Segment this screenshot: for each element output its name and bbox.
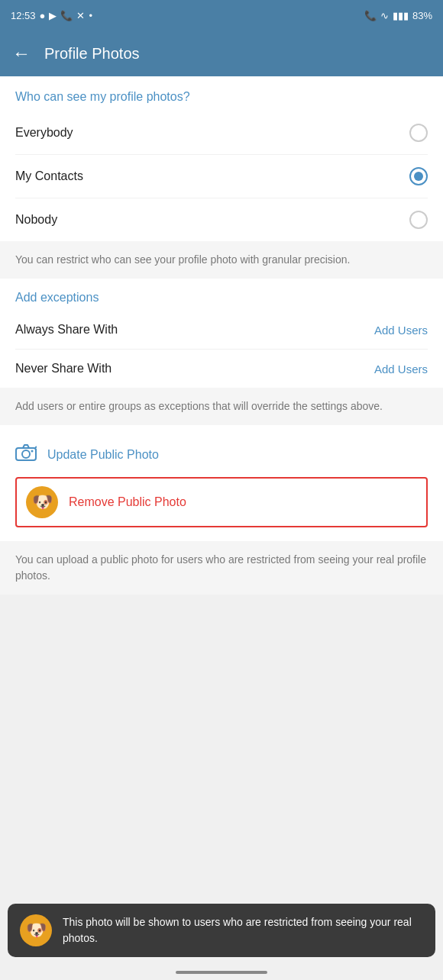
nobody-label: Nobody bbox=[15, 213, 57, 227]
camera-icon bbox=[15, 443, 37, 466]
everybody-label: Everybody bbox=[15, 126, 73, 140]
toast-avatar: 🐶 bbox=[20, 914, 52, 946]
update-photo-label[interactable]: Update Public Photo bbox=[47, 448, 159, 462]
everybody-radio[interactable] bbox=[409, 124, 428, 142]
time: 12:53 bbox=[11, 10, 36, 21]
exceptions-info: Add users or entire groups as exceptions… bbox=[0, 388, 443, 425]
bottom-toast: 🐶 This photo will be shown to users who … bbox=[8, 904, 435, 957]
youtube-icon: ▶ bbox=[49, 10, 57, 21]
remove-photo-avatar: 🐶 bbox=[26, 486, 58, 518]
wifi-icon: ∿ bbox=[380, 10, 389, 21]
remove-photo-label[interactable]: Remove Public Photo bbox=[69, 495, 186, 509]
signal-icon: ● bbox=[40, 10, 46, 21]
radio-mycontacts[interactable]: My Contacts bbox=[15, 155, 428, 198]
status-right: 📞 ∿ ▮▮▮ 83% bbox=[364, 10, 432, 21]
network-icon: ▮▮▮ bbox=[393, 10, 409, 21]
radio-nobody[interactable]: Nobody bbox=[15, 198, 428, 241]
dot-icon: • bbox=[89, 10, 92, 21]
spacer bbox=[0, 595, 443, 732]
back-button[interactable]: ← bbox=[12, 43, 31, 64]
status-left: 12:53 ● ▶ 📞 ✕ • bbox=[11, 10, 92, 21]
never-share-add-users[interactable]: Add Users bbox=[374, 363, 428, 376]
never-share-label: Never Share With bbox=[15, 362, 112, 376]
update-photo-row[interactable]: Update Public Photo bbox=[15, 436, 428, 474]
toast-message: This photo will be shown to users who ar… bbox=[63, 914, 423, 946]
always-share-add-users[interactable]: Add Users bbox=[374, 324, 428, 337]
radio-everybody[interactable]: Everybody bbox=[15, 111, 428, 155]
svg-point-1 bbox=[22, 450, 30, 458]
always-share-row: Always Share With Add Users bbox=[15, 311, 428, 350]
public-photo-section: Update Public Photo 🐶 Remove Public Phot… bbox=[0, 425, 443, 541]
battery: 83% bbox=[412, 10, 432, 21]
mycontacts-label: My Contacts bbox=[15, 169, 83, 183]
exceptions-section: Add exceptions Always Share With Add Use… bbox=[0, 279, 443, 388]
who-can-see-section: Who can see my profile photos? Everybody… bbox=[0, 76, 443, 241]
svg-point-2 bbox=[31, 450, 34, 453]
who-can-see-info: You can restrict who can see your profil… bbox=[0, 241, 443, 279]
always-share-label: Always Share With bbox=[15, 323, 118, 337]
remove-photo-row[interactable]: 🐶 Remove Public Photo bbox=[15, 477, 428, 527]
bottom-nav-indicator bbox=[176, 971, 267, 974]
page-title: Profile Photos bbox=[44, 45, 140, 63]
status-bar: 12:53 ● ▶ 📞 ✕ • 📞 ∿ ▮▮▮ 83% bbox=[0, 0, 443, 31]
never-share-row: Never Share With Add Users bbox=[15, 350, 428, 388]
nobody-radio[interactable] bbox=[409, 211, 428, 229]
mycontacts-radio[interactable] bbox=[409, 167, 428, 185]
header: ← Profile Photos bbox=[0, 31, 443, 76]
public-photo-info: You can upload a public photo for users … bbox=[0, 541, 443, 595]
phone-icon: 📞 bbox=[60, 10, 73, 21]
who-can-see-question: Who can see my profile photos? bbox=[15, 90, 428, 104]
svg-line-3 bbox=[35, 446, 37, 448]
exceptions-title: Add exceptions bbox=[15, 291, 428, 305]
call-icon: 📞 bbox=[364, 10, 377, 21]
x-icon: ✕ bbox=[76, 10, 85, 21]
